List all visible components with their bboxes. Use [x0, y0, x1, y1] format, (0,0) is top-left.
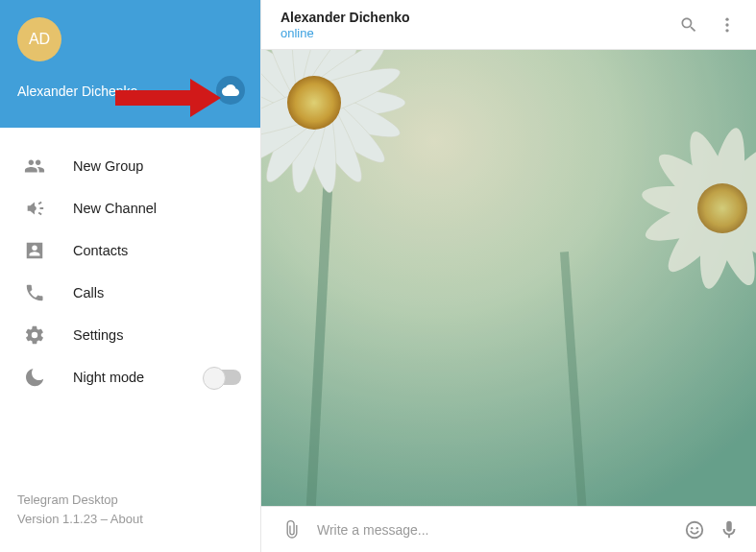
- more-button[interactable]: [708, 6, 746, 44]
- sidebar-item-settings[interactable]: Settings: [0, 314, 260, 356]
- app-version-line: Version 1.1.23 – About: [17, 510, 243, 529]
- header-actions: [670, 6, 746, 44]
- sidebar-footer: Telegram Desktop Version 1.1.23 – About: [0, 491, 260, 552]
- main: Alexander Dichenko online: [261, 0, 756, 552]
- gear-icon: [23, 324, 46, 347]
- svg-point-28: [696, 526, 698, 528]
- sidebar-item-contacts[interactable]: Contacts: [0, 229, 260, 272]
- sidebar-item-label: Calls: [73, 285, 104, 300]
- svg-point-27: [691, 526, 693, 528]
- spacer: [0, 398, 260, 491]
- more-vertical-icon: [718, 15, 737, 35]
- svg-point-3: [725, 23, 728, 26]
- message-input[interactable]: [309, 522, 677, 538]
- avatar-initials: AD: [29, 31, 50, 48]
- contact-icon: [23, 239, 46, 262]
- sidebar: AD Alexander Dichenko New Group New Chan…: [0, 0, 261, 552]
- svg-rect-25: [261, 50, 756, 506]
- attach-button[interactable]: [275, 513, 309, 547]
- sidebar-item-label: New Channel: [73, 201, 157, 216]
- avatar[interactable]: AD: [17, 17, 61, 61]
- chat-body[interactable]: [261, 50, 756, 506]
- phone-icon: [23, 281, 46, 304]
- app-version: Version 1.1.23 –: [17, 512, 110, 526]
- megaphone-icon: [23, 197, 46, 220]
- chat-status: online: [280, 26, 410, 40]
- voice-message-button[interactable]: [712, 513, 746, 547]
- cloud-icon: [222, 82, 239, 99]
- group-icon: [23, 155, 46, 178]
- emoji-button[interactable]: [677, 513, 712, 547]
- sidebar-item-label: Night mode: [73, 370, 144, 385]
- sidebar-item-label: Settings: [73, 327, 123, 343]
- sidebar-menu: New Group New Channel Contacts Calls Set: [0, 128, 260, 398]
- saved-messages-button[interactable]: [216, 76, 245, 105]
- sidebar-item-calls[interactable]: Calls: [0, 272, 260, 314]
- about-link[interactable]: About: [110, 512, 143, 526]
- svg-point-4: [725, 29, 728, 32]
- sidebar-item-new-channel[interactable]: New Channel: [0, 187, 260, 229]
- svg-point-2: [725, 17, 728, 20]
- sidebar-item-night-mode[interactable]: Night mode: [0, 356, 260, 398]
- sidebar-item-label: Contacts: [73, 243, 128, 258]
- smile-icon: [684, 519, 705, 540]
- sidebar-username: Alexander Dichenko: [17, 84, 137, 99]
- app-name: Telegram Desktop: [17, 491, 243, 510]
- night-mode-toggle[interactable]: [205, 370, 241, 385]
- microphone-icon: [719, 519, 740, 540]
- composer: [261, 506, 756, 552]
- moon-icon: [23, 366, 46, 389]
- chat-header: Alexander Dichenko online: [261, 0, 756, 50]
- search-icon: [679, 15, 698, 35]
- chat-title: Alexander Dichenko: [280, 10, 410, 25]
- sidebar-item-label: New Group: [73, 158, 143, 174]
- paperclip-icon: [281, 519, 303, 540]
- chat-background: [261, 50, 756, 506]
- chat-title-block[interactable]: Alexander Dichenko online: [280, 10, 410, 40]
- svg-point-26: [687, 521, 703, 538]
- sidebar-header: AD Alexander Dichenko: [0, 0, 260, 128]
- sidebar-item-new-group[interactable]: New Group: [0, 145, 260, 187]
- search-button[interactable]: [670, 6, 708, 44]
